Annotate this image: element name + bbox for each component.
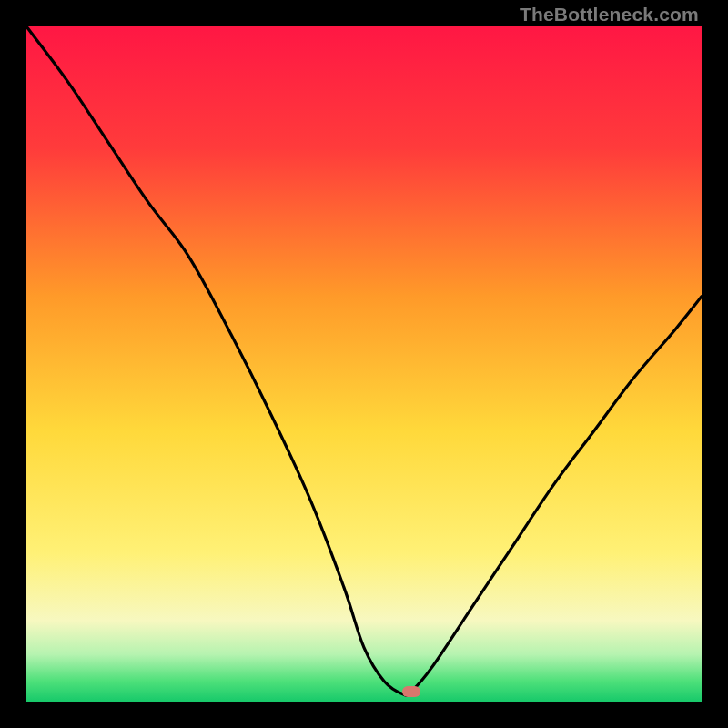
chart-frame: TheBottleneck.com [0,0,728,728]
optimal-point-marker [402,686,420,697]
watermark-text: TheBottleneck.com [520,4,699,25]
plot-area [26,26,702,702]
bottleneck-curve [26,26,702,696]
curve-layer [26,26,702,702]
